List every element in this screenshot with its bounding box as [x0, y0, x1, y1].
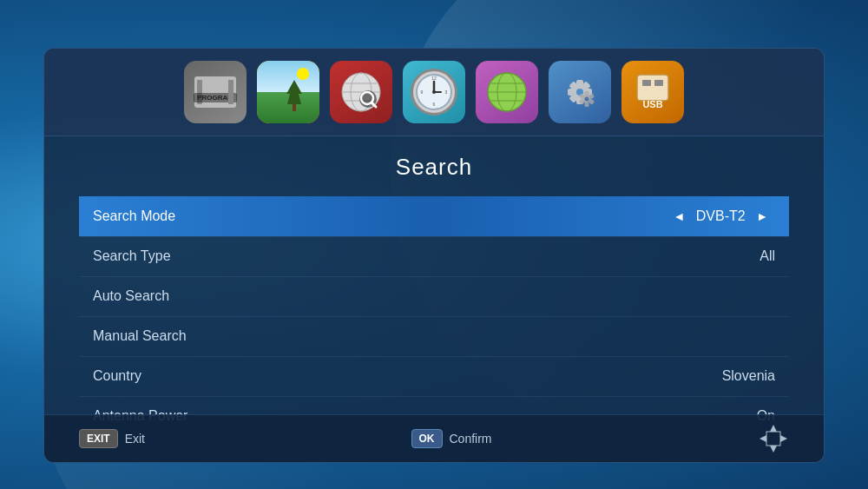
svg-rect-49: [766, 432, 780, 446]
icon-settings[interactable]: [549, 61, 611, 123]
svg-text:3: 3: [445, 89, 448, 95]
row-value: ◄ DVB-T2 ►: [470, 196, 789, 236]
usb-symbol-icon: USB: [630, 69, 675, 115]
icon-search-app[interactable]: [330, 61, 392, 123]
ok-group: OK Confirm: [411, 429, 492, 448]
search-mode-value: DVB-T2: [696, 208, 746, 223]
row-label: Auto Search: [79, 276, 470, 316]
content-area: Search Search Mode ◄ DVB-T2 ► Search Typ…: [44, 136, 824, 454]
search-globe-icon: [339, 69, 384, 115]
icon-usb[interactable]: USB: [621, 61, 684, 123]
panel-title: Search: [79, 154, 789, 181]
table-row[interactable]: Search Mode ◄ DVB-T2 ►: [79, 196, 789, 236]
row-label: Manual Search: [79, 316, 470, 356]
row-value: [470, 316, 789, 356]
film-strip-icon: PROGRAM: [194, 76, 236, 108]
ok-label: Confirm: [450, 432, 492, 446]
svg-marker-0: [286, 80, 302, 104]
menu-table: Search Mode ◄ DVB-T2 ► Search Type All A…: [79, 196, 789, 437]
table-row[interactable]: Auto Search: [79, 276, 789, 316]
svg-rect-38: [585, 102, 589, 107]
table-row[interactable]: Country Slovenia: [79, 356, 789, 396]
svg-marker-47: [760, 435, 766, 442]
svg-text:USB: USB: [642, 99, 662, 109]
svg-rect-35: [585, 91, 589, 96]
row-value: Slovenia: [470, 356, 789, 396]
row-value: [470, 276, 789, 316]
icon-bar: PROGRAM: [44, 49, 824, 136]
right-arrow-icon: ►: [756, 209, 768, 223]
row-label: Search Mode: [79, 196, 470, 236]
program-label: PROGRAM: [194, 93, 237, 102]
icon-gallery[interactable]: [257, 61, 319, 123]
svg-text:6: 6: [433, 102, 436, 107]
table-row[interactable]: Search Type All: [79, 236, 789, 276]
left-arrow-icon: ◄: [673, 209, 685, 223]
network-globe-icon: [484, 69, 529, 115]
ok-badge[interactable]: OK: [411, 429, 443, 448]
table-row[interactable]: Manual Search: [79, 316, 789, 356]
svg-rect-43: [654, 80, 663, 86]
icon-network[interactable]: [476, 61, 538, 123]
settings-gear-icon: [556, 69, 603, 116]
row-label: Country: [79, 356, 470, 396]
exit-label: Exit: [125, 432, 145, 446]
gallery-tree: [285, 78, 304, 115]
svg-marker-46: [770, 446, 777, 453]
clock-icon: 12 3 6 9: [411, 69, 457, 116]
main-panel: PROGRAM: [43, 48, 825, 463]
bottom-bar: EXIT Exit OK Confirm: [44, 414, 824, 462]
svg-text:9: 9: [421, 89, 424, 95]
svg-rect-1: [293, 104, 296, 111]
svg-rect-41: [637, 75, 668, 101]
svg-marker-48: [780, 435, 787, 442]
svg-rect-42: [642, 80, 651, 86]
row-label: Search Type: [79, 236, 470, 276]
nav-cross-icon[interactable]: [758, 423, 789, 454]
row-value: All: [470, 236, 789, 276]
exit-group: EXIT Exit: [79, 429, 145, 448]
svg-point-13: [432, 90, 436, 94]
svg-text:12: 12: [431, 76, 437, 81]
icon-program[interactable]: PROGRAM: [184, 61, 247, 123]
svg-point-34: [585, 97, 589, 102]
svg-marker-45: [770, 425, 777, 432]
exit-badge[interactable]: EXIT: [79, 429, 118, 448]
icon-time[interactable]: 12 3 6 9: [403, 61, 465, 123]
